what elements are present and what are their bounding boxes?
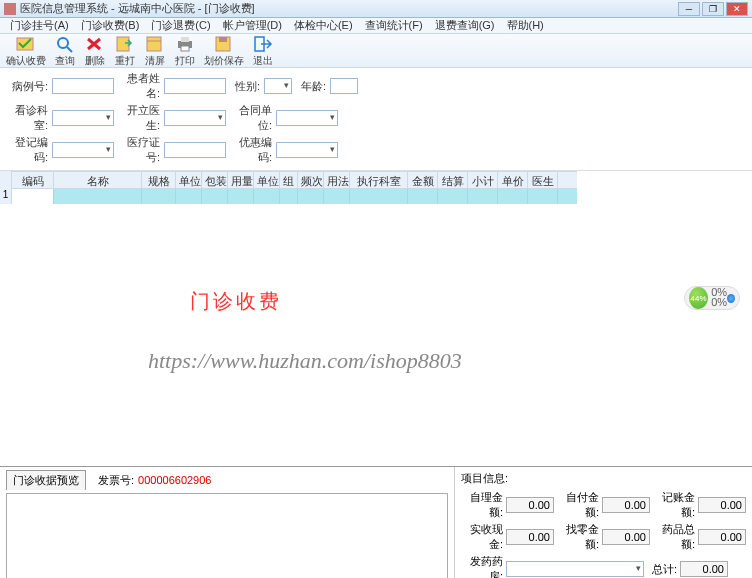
central-area: 门诊收费 https://www.huzhan.com/ishop8803 44… — [0, 204, 752, 466]
menu-query-stats[interactable]: 查询统计(F) — [359, 18, 429, 33]
query-button[interactable]: 查询 — [50, 34, 80, 68]
delete-button[interactable]: 删除 — [80, 34, 110, 68]
minimize-button[interactable]: ─ — [678, 2, 700, 16]
self-pay-label: 自理金额: — [461, 490, 503, 520]
row-number[interactable]: 1 — [0, 189, 12, 204]
menu-account[interactable]: 帐户管理(D) — [217, 18, 288, 33]
table-header: 编码 名称 规格 单位 包装 用量 单位 组 频次 用法 执行科室 金额 结算 … — [12, 171, 577, 189]
window-title: 医院信息管理系统 - 远城南中心医院 - [门诊收费] — [20, 1, 678, 16]
col-usage[interactable]: 用法 — [324, 172, 350, 188]
menubar: 门诊挂号(A) 门诊收费(B) 门诊退费(C) 帐户管理(D) 体检中心(E) … — [0, 18, 752, 34]
save-price-button[interactable]: 划价保存 — [200, 34, 248, 68]
reg-code-select[interactable] — [52, 142, 114, 158]
project-info-label: 项目信息: — [461, 471, 746, 486]
save-icon — [213, 34, 235, 54]
col-group[interactable]: 组 — [280, 172, 298, 188]
svg-rect-12 — [219, 37, 227, 42]
account-label: 记账金额: — [653, 490, 695, 520]
discount-label: 优惠编码: — [230, 135, 272, 165]
patient-form: 病例号: 患者姓名: 性别: 年龄: 看诊科室: 开立医生: 合同单位: 登记编… — [0, 68, 752, 171]
med-cert-input[interactable] — [164, 142, 226, 158]
change-label: 找零金额: — [557, 522, 599, 552]
contract-label: 合同单位: — [230, 103, 272, 133]
case-no-input[interactable] — [52, 78, 114, 94]
print-button[interactable]: 打印 — [170, 34, 200, 68]
dept-select[interactable] — [52, 110, 114, 126]
patient-name-label: 患者姓名: — [118, 71, 160, 101]
gender-select[interactable] — [264, 78, 292, 94]
reprint-button[interactable]: 重打 — [110, 34, 140, 68]
svg-point-1 — [58, 38, 68, 48]
doctor-select[interactable] — [164, 110, 226, 126]
svg-rect-6 — [147, 37, 161, 51]
col-code[interactable]: 编码 — [12, 172, 54, 188]
row-header-corner — [0, 171, 12, 189]
exit-button[interactable]: 退出 — [248, 34, 278, 68]
drug-total-label: 药品总额: — [653, 522, 695, 552]
age-input[interactable] — [330, 78, 358, 94]
svg-rect-10 — [181, 46, 189, 51]
page-title: 门诊收费 — [190, 288, 282, 315]
app-icon — [4, 3, 16, 15]
age-label: 年龄: — [296, 79, 326, 94]
invoice-label: 发票号: — [98, 473, 134, 488]
case-no-label: 病例号: — [6, 79, 48, 94]
account-value: 0.00 — [698, 497, 746, 513]
med-cert-label: 医疗证号: — [118, 135, 160, 165]
toolbar: 确认收费 查询 删除 重打 清屏 打印 划价保存 退出 — [0, 34, 752, 68]
menu-exam-center[interactable]: 体检中心(E) — [288, 18, 359, 33]
col-unit[interactable]: 单位 — [176, 172, 202, 188]
menu-help[interactable]: 帮助(H) — [501, 18, 550, 33]
restore-button[interactable]: ❐ — [702, 2, 724, 16]
col-doctor[interactable]: 医生 — [528, 172, 558, 188]
change-value: 0.00 — [602, 529, 650, 545]
svg-rect-5 — [117, 37, 129, 51]
col-exec-dept[interactable]: 执行科室 — [350, 172, 408, 188]
table-row[interactable] — [12, 189, 577, 204]
cash-value: 0.00 — [506, 529, 554, 545]
invoice-number: 000006602906 — [138, 474, 211, 486]
self-pay-value: 0.00 — [506, 497, 554, 513]
menu-outpatient-refund[interactable]: 门诊退费(C) — [145, 18, 216, 33]
discount-select[interactable] — [276, 142, 338, 158]
col-dose[interactable]: 用量 — [228, 172, 254, 188]
col-subtotal[interactable]: 小计 — [468, 172, 498, 188]
pharmacy-select[interactable] — [506, 561, 644, 577]
gauge-circle: 44% — [689, 287, 708, 309]
patient-name-input[interactable] — [164, 78, 226, 94]
reg-code-label: 登记编码: — [6, 135, 48, 165]
doctor-label: 开立医生: — [118, 103, 160, 133]
printer-icon — [174, 34, 196, 54]
pharmacy-label: 发药药房: — [461, 554, 503, 578]
exit-icon — [252, 34, 274, 54]
gauge-widget[interactable]: 44% 0%0% — [684, 286, 740, 310]
menu-outpatient-fee[interactable]: 门诊收费(B) — [75, 18, 146, 33]
col-freq[interactable]: 频次 — [298, 172, 324, 188]
col-spec[interactable]: 规格 — [142, 172, 176, 188]
gauge-switch-icon[interactable] — [727, 294, 735, 303]
col-price[interactable]: 单价 — [498, 172, 528, 188]
col-pack[interactable]: 包装 — [202, 172, 228, 188]
bottom-panel: 门诊收据预览 发票号: 000006602906 项目信息: 自理金额: 0.0… — [0, 466, 752, 578]
total-value: 0.00 — [680, 561, 728, 577]
copay-value: 0.00 — [602, 497, 650, 513]
copay-label: 自付金额: — [557, 490, 599, 520]
menu-refund-query[interactable]: 退费查询(G) — [429, 18, 501, 33]
tab-receipt-preview[interactable]: 门诊收据预览 — [6, 470, 86, 490]
close-button[interactable]: ✕ — [726, 2, 748, 16]
search-icon — [54, 34, 76, 54]
confirm-fee-button[interactable]: 确认收费 — [2, 34, 50, 68]
col-unit2[interactable]: 单位 — [254, 172, 280, 188]
gauge-pct: 0%0% — [711, 288, 727, 308]
menu-outpatient-reg[interactable]: 门诊挂号(A) — [4, 18, 75, 33]
contract-select[interactable] — [276, 110, 338, 126]
delete-icon — [84, 34, 106, 54]
col-amount[interactable]: 金额 — [408, 172, 438, 188]
receipt-preview-area — [6, 493, 448, 578]
drug-total-value: 0.00 — [698, 529, 746, 545]
clear-button[interactable]: 清屏 — [140, 34, 170, 68]
total-label: 总计: — [647, 562, 677, 577]
svg-line-2 — [67, 47, 72, 52]
col-name[interactable]: 名称 — [54, 172, 142, 188]
col-settle[interactable]: 结算 — [438, 172, 468, 188]
